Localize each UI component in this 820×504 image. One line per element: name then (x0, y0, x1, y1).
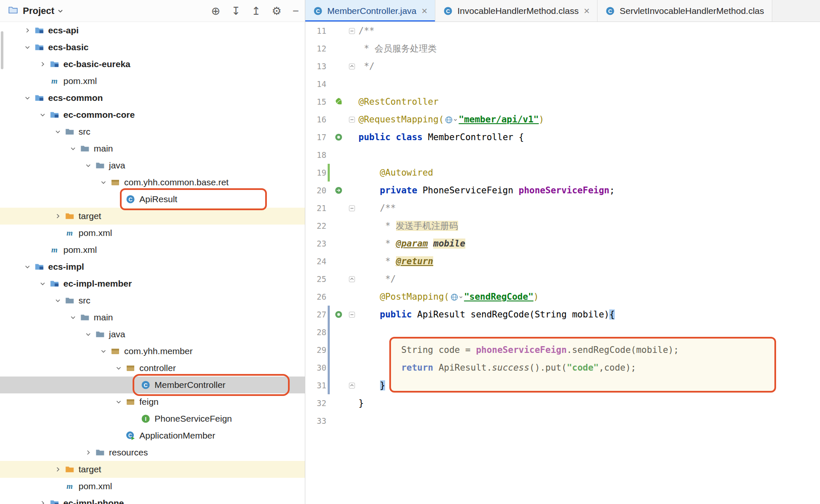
tree-item-java[interactable]: java (0, 157, 305, 174)
tree-item-ecs-basic[interactable]: ecs-basic (0, 39, 305, 56)
line-number[interactable]: 23 (305, 239, 326, 248)
line-number[interactable]: 18 (305, 150, 326, 160)
code-text[interactable]: * @param mobile (358, 238, 465, 249)
line-number[interactable]: 30 (305, 363, 326, 372)
line-number[interactable]: 22 (305, 221, 326, 230)
tree-item-src[interactable]: src (0, 292, 305, 309)
bean-icon[interactable] (331, 133, 346, 141)
line-number[interactable]: 26 (305, 292, 326, 301)
chevron-right-icon[interactable] (36, 500, 49, 504)
fold-end-icon[interactable] (346, 276, 358, 282)
line-number[interactable]: 32 (305, 398, 326, 408)
code-text[interactable]: @Autowired (358, 168, 433, 178)
hide-icon[interactable]: − (293, 5, 299, 16)
chevron-down-icon[interactable] (57, 8, 64, 14)
tree-item-feign[interactable]: feign (0, 393, 305, 410)
code-editor[interactable]: 11/**12 * 会员服务处理类13 */1415@RestControlle… (305, 22, 820, 504)
line-number[interactable]: 31 (305, 381, 326, 390)
tree-item-target[interactable]: target (0, 461, 305, 478)
code-text[interactable]: */ (358, 61, 375, 71)
chevron-down-icon[interactable] (97, 348, 110, 355)
tree-item-com-yhh-common-base-ret[interactable]: com.yhh.common.base.ret (0, 174, 305, 191)
settings-icon[interactable]: ⚙ (272, 5, 282, 16)
bean-arrow-icon[interactable] (331, 186, 346, 195)
line-number[interactable]: 15 (305, 97, 326, 106)
tree-item-applicationmember[interactable]: CApplicationMember (0, 427, 305, 444)
chevron-right-icon[interactable] (52, 466, 64, 473)
locate-icon[interactable]: ⊕ (211, 5, 220, 16)
line-number[interactable]: 27 (305, 310, 326, 319)
line-number[interactable]: 33 (305, 416, 326, 425)
code-text[interactable]: @RestController (358, 97, 439, 107)
chevron-down-icon[interactable] (21, 95, 34, 101)
fold-end-icon[interactable] (346, 382, 358, 389)
code-text[interactable]: /** (358, 26, 375, 36)
tree-item-pom-xml[interactable]: mpom.xml (0, 73, 305, 89)
line-number[interactable]: 24 (305, 257, 326, 266)
code-text[interactable]: } (358, 398, 364, 408)
collapse-all-icon[interactable]: ↥ (252, 5, 261, 16)
project-scrollbar[interactable] (1, 31, 3, 69)
chevron-down-icon[interactable] (112, 365, 125, 371)
tree-item-com-yhh-member[interactable]: com.yhh.member (0, 343, 305, 360)
tree-item-src[interactable]: src (0, 123, 305, 140)
tree-item-target[interactable]: target (0, 208, 305, 225)
line-number[interactable]: 29 (305, 345, 326, 355)
chevron-down-icon[interactable] (36, 280, 49, 287)
fold-minus-icon[interactable] (346, 312, 358, 318)
tree-item-ec-common-core[interactable]: ec-common-core (0, 106, 305, 123)
tree-item-pom-xml[interactable]: mpom.xml (0, 225, 305, 241)
fold-minus-icon[interactable] (346, 205, 358, 211)
line-number[interactable]: 16 (305, 115, 326, 124)
code-text[interactable]: * 会员服务处理类 (358, 43, 437, 54)
chevron-down-icon[interactable] (67, 145, 79, 152)
code-text[interactable]: String code = phoneServiceFeign.sendRegC… (358, 345, 679, 355)
line-number[interactable]: 17 (305, 133, 326, 142)
tree-item-phoneservicefeign[interactable]: IPhoneServiceFeign (0, 410, 305, 427)
fold-end-icon[interactable] (346, 63, 358, 70)
tree-item-membercontroller[interactable]: CMemberController (0, 377, 305, 393)
tree-item-apiresult[interactable]: CApiResult (0, 191, 305, 208)
fold-minus-icon[interactable] (346, 117, 358, 123)
line-number[interactable]: 19 (305, 168, 326, 177)
close-icon[interactable]: × (421, 6, 427, 16)
globe-icon[interactable] (450, 293, 463, 301)
expand-all-icon[interactable]: ↧ (231, 5, 241, 16)
chevron-down-icon[interactable] (21, 44, 34, 51)
line-number[interactable]: 21 (305, 203, 326, 213)
chevron-right-icon[interactable] (82, 449, 95, 456)
code-text[interactable]: */ (358, 274, 396, 284)
tree-item-main[interactable]: main (0, 309, 305, 326)
chevron-down-icon[interactable] (97, 179, 110, 186)
bean-icon[interactable] (331, 310, 346, 319)
chevron-down-icon[interactable] (52, 128, 64, 135)
code-text[interactable]: /** (358, 203, 396, 213)
code-text[interactable]: } (358, 380, 385, 390)
line-number[interactable]: 20 (305, 186, 326, 195)
line-number[interactable]: 14 (305, 79, 326, 89)
chevron-right-icon[interactable] (52, 213, 64, 219)
line-number[interactable]: 12 (305, 44, 326, 53)
editor-tab-invocablehandlermethod-class[interactable]: CInvocableHandlerMethod.class× (435, 0, 597, 22)
editor-tab-membercontroller-java[interactable]: CMemberController.java× (305, 0, 435, 22)
tree-item-java[interactable]: java (0, 326, 305, 343)
chevron-down-icon[interactable] (21, 263, 34, 270)
chevron-down-icon[interactable] (82, 162, 95, 169)
code-text[interactable]: return ApiResult.success().put("code",co… (358, 363, 636, 373)
tree-item-ec-basic-eureka[interactable]: ec-basic-eureka (0, 56, 305, 73)
chevron-right-icon[interactable] (36, 61, 49, 68)
tree-item-pom-xml[interactable]: mpom.xml (0, 478, 305, 495)
code-text[interactable]: public class MemberController { (358, 132, 524, 142)
chevron-down-icon[interactable] (82, 331, 95, 338)
tree-item-controller[interactable]: controller (0, 360, 305, 377)
project-view-title[interactable]: Project (23, 5, 54, 16)
line-number[interactable]: 28 (305, 328, 326, 337)
code-text[interactable]: * @return (358, 256, 433, 266)
line-number[interactable]: 13 (305, 62, 326, 71)
leaf-icon[interactable] (331, 97, 346, 106)
fold-minus-icon[interactable] (346, 28, 358, 34)
chevron-down-icon[interactable] (67, 314, 79, 321)
code-text[interactable]: * 发送手机注册码 (358, 220, 458, 232)
close-icon[interactable]: × (584, 6, 589, 16)
line-number[interactable]: 25 (305, 274, 326, 284)
